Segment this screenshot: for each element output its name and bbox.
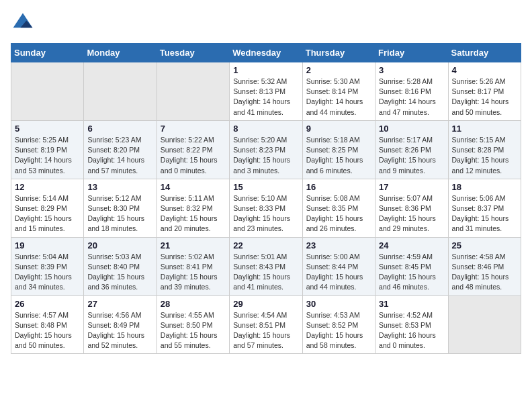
weekday-header-monday: Monday bbox=[84, 44, 157, 62]
calendar-cell bbox=[11, 62, 84, 121]
day-number: 23 bbox=[306, 240, 371, 250]
day-number: 10 bbox=[379, 124, 444, 134]
week-row-5: 26Sunrise: 4:57 AM Sunset: 8:48 PM Dayli… bbox=[11, 295, 521, 354]
day-number: 30 bbox=[306, 299, 371, 309]
calendar-cell: 19Sunrise: 5:04 AM Sunset: 8:39 PM Dayli… bbox=[11, 237, 84, 295]
day-info: Sunrise: 5:23 AM Sunset: 8:20 PM Dayligh… bbox=[87, 135, 152, 176]
day-number: 24 bbox=[379, 240, 444, 250]
calendar-cell: 26Sunrise: 4:57 AM Sunset: 8:48 PM Dayli… bbox=[11, 295, 84, 354]
day-info: Sunrise: 4:55 AM Sunset: 8:50 PM Dayligh… bbox=[161, 310, 226, 351]
weekday-header-sunday: Sunday bbox=[11, 44, 84, 62]
calendar-cell: 28Sunrise: 4:55 AM Sunset: 8:50 PM Dayli… bbox=[157, 295, 229, 354]
day-number: 14 bbox=[161, 182, 226, 192]
weekday-header-wednesday: Wednesday bbox=[230, 44, 302, 62]
day-info: Sunrise: 5:11 AM Sunset: 8:32 PM Dayligh… bbox=[161, 193, 226, 234]
day-info: Sunrise: 4:54 AM Sunset: 8:51 PM Dayligh… bbox=[233, 310, 298, 351]
day-number: 29 bbox=[233, 299, 298, 309]
weekday-header-friday: Friday bbox=[375, 44, 448, 62]
calendar-cell: 6Sunrise: 5:23 AM Sunset: 8:20 PM Daylig… bbox=[84, 120, 157, 179]
day-number: 5 bbox=[15, 124, 80, 134]
calendar-cell: 15Sunrise: 5:10 AM Sunset: 8:33 PM Dayli… bbox=[230, 179, 302, 237]
day-info: Sunrise: 5:22 AM Sunset: 8:22 PM Dayligh… bbox=[161, 135, 226, 176]
day-info: Sunrise: 5:17 AM Sunset: 8:26 PM Dayligh… bbox=[379, 135, 444, 176]
day-number: 18 bbox=[452, 182, 517, 192]
day-number: 20 bbox=[87, 240, 152, 250]
day-info: Sunrise: 5:06 AM Sunset: 8:37 PM Dayligh… bbox=[452, 193, 517, 234]
day-number: 9 bbox=[306, 124, 371, 134]
day-info: Sunrise: 5:00 AM Sunset: 8:44 PM Dayligh… bbox=[306, 252, 371, 293]
calendar-cell: 16Sunrise: 5:08 AM Sunset: 8:35 PM Dayli… bbox=[302, 179, 375, 237]
day-info: Sunrise: 5:15 AM Sunset: 8:28 PM Dayligh… bbox=[452, 135, 517, 176]
day-number: 27 bbox=[87, 299, 152, 309]
day-info: Sunrise: 5:28 AM Sunset: 8:16 PM Dayligh… bbox=[379, 77, 444, 118]
calendar-cell: 7Sunrise: 5:22 AM Sunset: 8:22 PM Daylig… bbox=[157, 120, 229, 179]
day-info: Sunrise: 4:59 AM Sunset: 8:45 PM Dayligh… bbox=[379, 252, 444, 293]
logo bbox=[11, 11, 38, 35]
calendar-cell: 18Sunrise: 5:06 AM Sunset: 8:37 PM Dayli… bbox=[448, 179, 521, 237]
day-info: Sunrise: 5:07 AM Sunset: 8:36 PM Dayligh… bbox=[379, 193, 444, 234]
calendar-cell bbox=[448, 295, 521, 354]
day-info: Sunrise: 5:12 AM Sunset: 8:30 PM Dayligh… bbox=[87, 193, 152, 234]
calendar-cell: 29Sunrise: 4:54 AM Sunset: 8:51 PM Dayli… bbox=[230, 295, 302, 354]
day-info: Sunrise: 5:14 AM Sunset: 8:29 PM Dayligh… bbox=[15, 193, 80, 234]
weekday-header-thursday: Thursday bbox=[302, 44, 375, 62]
calendar-cell: 8Sunrise: 5:20 AM Sunset: 8:23 PM Daylig… bbox=[230, 120, 302, 179]
calendar-cell: 10Sunrise: 5:17 AM Sunset: 8:26 PM Dayli… bbox=[375, 120, 448, 179]
day-number: 21 bbox=[161, 240, 226, 250]
day-info: Sunrise: 5:02 AM Sunset: 8:41 PM Dayligh… bbox=[161, 252, 226, 293]
day-info: Sunrise: 4:58 AM Sunset: 8:46 PM Dayligh… bbox=[452, 252, 517, 293]
day-number: 2 bbox=[306, 65, 371, 75]
day-number: 15 bbox=[233, 182, 298, 192]
calendar-cell: 11Sunrise: 5:15 AM Sunset: 8:28 PM Dayli… bbox=[448, 120, 521, 179]
day-number: 31 bbox=[379, 299, 444, 309]
day-number: 8 bbox=[233, 124, 298, 134]
day-info: Sunrise: 4:57 AM Sunset: 8:48 PM Dayligh… bbox=[15, 310, 80, 351]
day-number: 19 bbox=[15, 240, 80, 250]
calendar-cell: 22Sunrise: 5:01 AM Sunset: 8:43 PM Dayli… bbox=[230, 237, 302, 295]
day-number: 17 bbox=[379, 182, 444, 192]
day-number: 28 bbox=[161, 299, 226, 309]
week-row-2: 5Sunrise: 5:25 AM Sunset: 8:19 PM Daylig… bbox=[11, 120, 521, 179]
day-number: 6 bbox=[87, 124, 152, 134]
day-number: 16 bbox=[306, 182, 371, 192]
calendar-cell: 31Sunrise: 4:52 AM Sunset: 8:53 PM Dayli… bbox=[375, 295, 448, 354]
calendar-cell: 20Sunrise: 5:03 AM Sunset: 8:40 PM Dayli… bbox=[84, 237, 157, 295]
day-number: 1 bbox=[233, 65, 298, 75]
calendar-cell bbox=[84, 62, 157, 121]
day-number: 13 bbox=[87, 182, 152, 192]
weekday-header-row: SundayMondayTuesdayWednesdayThursdayFrid… bbox=[11, 44, 521, 62]
week-row-1: 1Sunrise: 5:32 AM Sunset: 8:13 PM Daylig… bbox=[11, 62, 521, 121]
day-number: 3 bbox=[379, 65, 444, 75]
day-info: Sunrise: 5:18 AM Sunset: 8:25 PM Dayligh… bbox=[306, 135, 371, 176]
calendar-cell: 14Sunrise: 5:11 AM Sunset: 8:32 PM Dayli… bbox=[157, 179, 229, 237]
day-info: Sunrise: 5:30 AM Sunset: 8:14 PM Dayligh… bbox=[306, 77, 371, 118]
day-number: 25 bbox=[452, 240, 517, 250]
calendar-cell: 17Sunrise: 5:07 AM Sunset: 8:36 PM Dayli… bbox=[375, 179, 448, 237]
day-info: Sunrise: 5:10 AM Sunset: 8:33 PM Dayligh… bbox=[233, 193, 298, 234]
day-number: 22 bbox=[233, 240, 298, 250]
calendar-cell bbox=[157, 62, 229, 121]
day-info: Sunrise: 5:08 AM Sunset: 8:35 PM Dayligh… bbox=[306, 193, 371, 234]
weekday-header-tuesday: Tuesday bbox=[157, 44, 229, 62]
calendar-cell: 23Sunrise: 5:00 AM Sunset: 8:44 PM Dayli… bbox=[302, 237, 375, 295]
calendar-cell: 3Sunrise: 5:28 AM Sunset: 8:16 PM Daylig… bbox=[375, 62, 448, 121]
calendar-cell: 30Sunrise: 4:53 AM Sunset: 8:52 PM Dayli… bbox=[302, 295, 375, 354]
day-info: Sunrise: 5:04 AM Sunset: 8:39 PM Dayligh… bbox=[15, 252, 80, 293]
day-info: Sunrise: 4:53 AM Sunset: 8:52 PM Dayligh… bbox=[306, 310, 371, 351]
day-info: Sunrise: 5:20 AM Sunset: 8:23 PM Dayligh… bbox=[233, 135, 298, 176]
week-row-4: 19Sunrise: 5:04 AM Sunset: 8:39 PM Dayli… bbox=[11, 237, 521, 295]
logo-icon bbox=[11, 11, 35, 35]
day-info: Sunrise: 5:32 AM Sunset: 8:13 PM Dayligh… bbox=[233, 77, 298, 118]
day-info: Sunrise: 5:26 AM Sunset: 8:17 PM Dayligh… bbox=[452, 77, 517, 118]
calendar-cell: 13Sunrise: 5:12 AM Sunset: 8:30 PM Dayli… bbox=[84, 179, 157, 237]
calendar-cell: 24Sunrise: 4:59 AM Sunset: 8:45 PM Dayli… bbox=[375, 237, 448, 295]
day-number: 26 bbox=[15, 299, 80, 309]
calendar-cell: 4Sunrise: 5:26 AM Sunset: 8:17 PM Daylig… bbox=[448, 62, 521, 121]
header bbox=[11, 11, 521, 35]
calendar-cell: 2Sunrise: 5:30 AM Sunset: 8:14 PM Daylig… bbox=[302, 62, 375, 121]
day-number: 11 bbox=[452, 124, 517, 134]
day-info: Sunrise: 5:01 AM Sunset: 8:43 PM Dayligh… bbox=[233, 252, 298, 293]
calendar-cell: 27Sunrise: 4:56 AM Sunset: 8:49 PM Dayli… bbox=[84, 295, 157, 354]
calendar-cell: 25Sunrise: 4:58 AM Sunset: 8:46 PM Dayli… bbox=[448, 237, 521, 295]
day-info: Sunrise: 5:25 AM Sunset: 8:19 PM Dayligh… bbox=[15, 135, 80, 176]
